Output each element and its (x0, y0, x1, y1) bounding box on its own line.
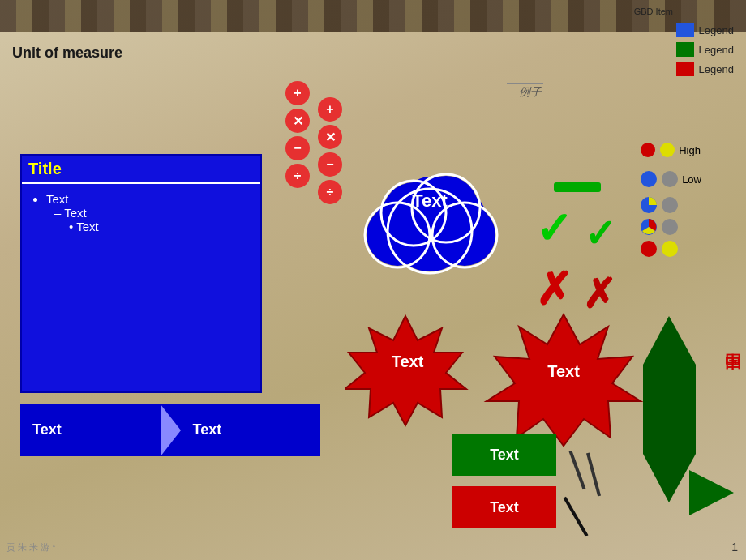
pie-dot-3 (640, 218, 658, 236)
legend-label-green: Legend (699, 44, 734, 56)
divide-button-left[interactable]: ÷ (285, 164, 310, 188)
cloud-shape: Text (345, 150, 515, 283)
slash-2 (586, 452, 601, 496)
gbd-item-label: GBD Item (634, 6, 673, 16)
svg-point-18 (662, 171, 678, 187)
green-tall-shape (643, 316, 696, 506)
starburst-2-text: Text (519, 362, 608, 381)
pie-dots-row-2 (640, 218, 701, 236)
green-box-text: Text (490, 447, 519, 464)
arrow-divider (161, 404, 181, 456)
title-header: Title (22, 156, 260, 184)
green-dash (554, 182, 601, 192)
unit-of-measure-label: Unit of measure (12, 45, 122, 62)
plus-button-right[interactable]: + (318, 97, 342, 122)
legend-item-red: Legend (676, 62, 734, 76)
low-dot-gray (661, 170, 679, 188)
bottom-blue-bar: Text Text (20, 404, 320, 456)
bullet-item-1: Text Text Text (46, 192, 251, 233)
dots-row-3 (640, 240, 701, 258)
low-label: Low (682, 173, 701, 186)
pie-dot-1 (640, 196, 658, 214)
legend-container: Legend Legend Legend (676, 23, 734, 76)
checkmark-1: ✓ (535, 207, 572, 251)
svg-point-22 (662, 219, 678, 235)
xmark-1: ✗ (535, 267, 572, 312)
bottom-bar-right-text: Text (181, 421, 321, 438)
pie-dot-4 (661, 218, 679, 236)
cloud-svg (345, 150, 515, 280)
bullet-item-2: Text Text (54, 206, 251, 233)
svg-point-15 (641, 143, 655, 157)
bottom-bar-left-text: Text (20, 421, 161, 438)
svg-point-23 (641, 241, 657, 257)
dot-yellow-3 (661, 240, 679, 258)
slash-1 (569, 451, 586, 489)
title-box: Title Text Text Text (20, 154, 262, 393)
divide-button-right[interactable]: ÷ (318, 180, 342, 204)
legend-color-red (676, 62, 694, 76)
legend-label-blue: Legend (699, 24, 734, 36)
legend-color-blue (676, 23, 694, 37)
red-box-text: Text (490, 499, 519, 516)
multiply-button-left[interactable]: ✕ (285, 109, 310, 133)
xmark-2: ✗ (582, 274, 616, 314)
high-low-labels: High Low (640, 142, 701, 262)
math-buttons-right: + ✕ − ÷ (318, 97, 342, 204)
svg-marker-25 (643, 316, 696, 502)
example-line (507, 83, 543, 84)
slash-3 (564, 497, 589, 537)
svg-point-17 (641, 171, 657, 187)
legend-color-green (676, 42, 694, 57)
svg-point-16 (660, 143, 675, 157)
multiply-button-right[interactable]: ✕ (318, 125, 342, 149)
high-dot-icon (640, 142, 656, 158)
page-number: 1 (731, 541, 738, 554)
low-dot-blue (640, 170, 658, 188)
dot-red-3 (640, 240, 658, 258)
starburst-shapes: Text Text (345, 312, 669, 453)
high-label: High (679, 144, 701, 156)
pie-dot-2 (661, 196, 679, 214)
legend-item-blue: Legend (676, 23, 734, 37)
svg-point-20 (662, 197, 678, 213)
starburst-svg (345, 312, 669, 450)
pie-dots-row-1 (640, 196, 701, 214)
bullet-item-3: Text (69, 220, 251, 233)
red-text-box: Text (452, 486, 556, 528)
plus-button-left[interactable]: + (285, 81, 310, 105)
cloud-text: Text (385, 190, 474, 212)
green-text-box: Text (452, 434, 556, 476)
title-text: Title (28, 160, 62, 177)
bullet-list: Text Text Text (22, 184, 260, 245)
minus-button-left[interactable]: − (285, 136, 310, 160)
main-content: GBD Item Unit of measure Legend Legend L… (0, 0, 746, 560)
svg-point-24 (662, 241, 678, 257)
green-tall-svg (643, 316, 696, 502)
example-label: 例子 (519, 85, 542, 100)
minus-button-right[interactable]: − (318, 152, 342, 177)
green-right-arrow (689, 470, 734, 515)
math-buttons-left: + ✕ − ÷ (285, 81, 310, 188)
legend-item-green: Legend (676, 42, 734, 57)
starburst-1-text: Text (369, 353, 446, 371)
checkmark-2: ✓ (584, 215, 616, 254)
high-dot-yellow (659, 142, 675, 158)
watermark-text: 贡 朱 米 游 * (6, 541, 56, 554)
legend-label-red: Legend (699, 63, 734, 75)
